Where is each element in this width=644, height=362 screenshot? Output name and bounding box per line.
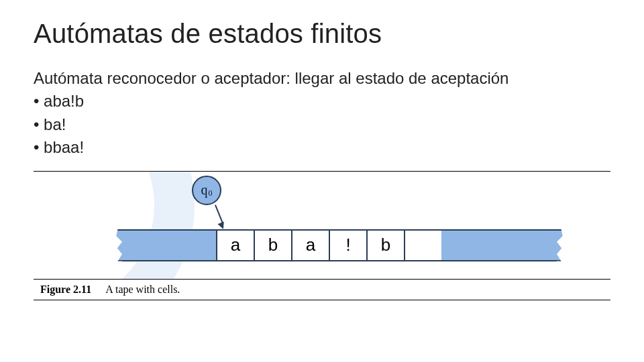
tape-cell: b [254, 231, 291, 260]
state-subscript: 0 [209, 188, 213, 198]
tape-filler-left [122, 231, 216, 260]
pointer-line [215, 204, 223, 224]
figure-caption-text: A tape with cells. [105, 284, 180, 295]
tape-cell: a [291, 231, 329, 260]
tape-cell: a [216, 231, 254, 260]
tape-filler-right [441, 231, 468, 260]
figure-caption: Figure 2.11 A tape with cells. [34, 279, 610, 300]
tape: a b a ! b [111, 229, 568, 261]
body-text: Autómata reconocedor o aceptador: llegar… [34, 68, 610, 159]
state-symbol: q [201, 182, 208, 198]
tape-cell: ! [329, 231, 366, 260]
tape-ragged-right [557, 229, 568, 261]
slide: Autómatas de estados finitos Autómata re… [0, 0, 644, 362]
figure-canvas: q0 a b a ! b [34, 172, 610, 279]
bullet-3: • bbaa! [34, 137, 610, 158]
page-title: Autómatas de estados finitos [34, 19, 610, 49]
figure-number: Figure 2.11 [40, 284, 91, 295]
bullet-2: • ba! [34, 114, 610, 135]
intro-line: Autómata reconocedor o aceptador: llegar… [34, 68, 610, 89]
tape-ragged-left [111, 229, 122, 261]
figure-container: q0 a b a ! b Figure 2.11 [34, 171, 610, 300]
background-ring [34, 172, 195, 279]
bullet-1: • aba!b [34, 90, 610, 112]
tape-cell: b [366, 231, 404, 260]
state-node: q0 [192, 176, 221, 205]
tape-cell [404, 231, 441, 260]
tape-body: a b a ! b [122, 229, 557, 261]
